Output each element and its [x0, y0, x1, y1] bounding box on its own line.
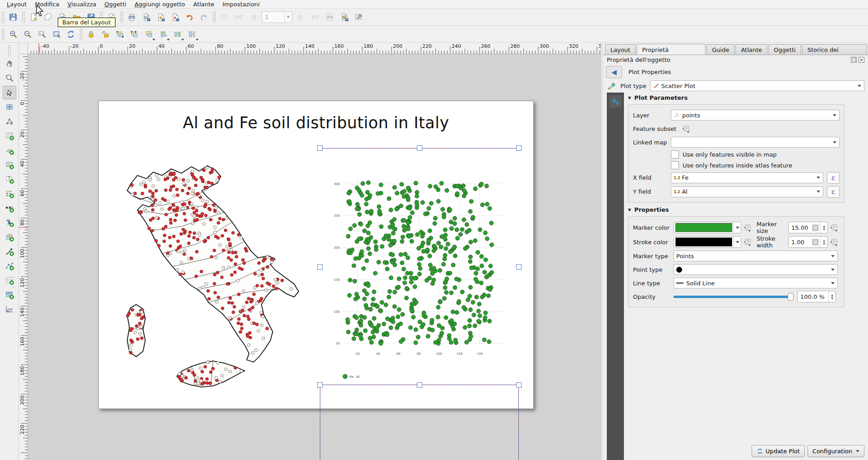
y-field-select[interactable]: 1.2 Al — [671, 186, 823, 197]
select-move-item-tool-button[interactable] — [3, 86, 16, 99]
linked-map-select[interactable] — [671, 137, 840, 148]
back-button[interactable]: ◀ — [606, 66, 622, 78]
menu-atlante[interactable]: Atlante — [189, 0, 218, 9]
properties-header[interactable]: ▼ Properties — [628, 206, 669, 213]
marker-type-select[interactable]: Points — [674, 251, 838, 261]
mar ker-size-spinbox[interactable]: 15.00 × ▲▼ — [788, 222, 828, 233]
group-items-button[interactable] — [113, 28, 127, 41]
add-attribute-table-button[interactable] — [3, 288, 16, 302]
stroke-width-data-defined-button[interactable] — [828, 237, 840, 247]
float-panel-icon[interactable] — [851, 57, 857, 63]
print-layout-button[interactable] — [125, 10, 139, 24]
menu-layout[interactable]: Layout — [3, 0, 31, 9]
point-type-select[interactable] — [674, 264, 838, 275]
gears-icon[interactable] — [609, 95, 622, 108]
marker-color-data-defined-button[interactable] — [741, 222, 753, 233]
move-item-content-tool-button[interactable] — [3, 100, 16, 114]
raise-selected-items-button[interactable] — [142, 28, 156, 41]
svg-text:120: 120 — [19, 278, 25, 288]
plot-parameters-header[interactable]: ▼ Plot Parameters — [628, 94, 688, 101]
x-field-select[interactable]: 1.2 Fe — [671, 172, 823, 183]
clear-value-icon[interactable]: × — [812, 224, 819, 231]
use-only-features-visible-in-map-checkbox[interactable] — [671, 150, 679, 158]
menu-impostazioni[interactable]: Impostazioni — [218, 0, 264, 9]
x-field-expression-button[interactable]: ε — [827, 172, 840, 184]
zoom-out-button[interactable] — [21, 28, 34, 41]
selection-handle[interactable] — [516, 382, 522, 388]
stroke-color-data-defined-button[interactable] — [741, 237, 753, 247]
export-as-svg-button[interactable] — [154, 10, 167, 24]
zoom-actual-button[interactable]: 1:1 — [35, 28, 49, 41]
selection-handle[interactable] — [317, 264, 323, 269]
tab-guide[interactable]: Guide — [706, 44, 734, 55]
ungroup-items-button[interactable] — [128, 28, 141, 41]
selection-handle[interactable] — [417, 145, 422, 151]
add-north-arrow-button[interactable]: N — [3, 216, 16, 229]
menu-aggiungi-oggetto[interactable]: Aggiungi oggetto — [130, 0, 189, 9]
close-panel-icon[interactable]: × — [859, 57, 864, 63]
undo-button[interactable] — [183, 10, 196, 24]
add-plot-button[interactable] — [3, 302, 16, 316]
lock-selected-items-button[interactable] — [84, 28, 98, 41]
selection-handle[interactable] — [317, 145, 323, 151]
menu-oggetti[interactable]: Oggetti — [101, 0, 131, 9]
stroke-width-spinbox[interactable]: 1.00 × ▲▼ — [788, 236, 828, 248]
export-as-pdf-button[interactable]: A — [168, 10, 182, 24]
selection-handle[interactable] — [516, 145, 522, 151]
pan-tool-button[interactable] — [3, 57, 16, 70]
selection-handle[interactable] — [317, 382, 323, 388]
marker-color-button[interactable] — [674, 222, 741, 233]
add-arrow-button[interactable] — [3, 245, 16, 258]
selection-handle[interactable] — [417, 382, 422, 388]
add-map-button[interactable] — [3, 129, 16, 143]
tab-atlante[interactable]: Atlante — [735, 44, 767, 55]
clear-value-icon[interactable]: × — [812, 239, 819, 246]
configuration-button[interactable]: Configuration — [808, 445, 864, 457]
add-picture-button[interactable] — [3, 158, 16, 172]
spin-arrows[interactable]: ▲▼ — [820, 237, 827, 247]
update-plot-button[interactable]: Update Plot — [752, 445, 805, 457]
selection-handle[interactable] — [516, 264, 522, 269]
tab-propriet-dell-oggetto[interactable]: Proprietà dell'oggetto — [637, 44, 706, 55]
plot-type-select[interactable]: Scatter Plot — [650, 80, 864, 91]
resize-selected-items-button[interactable] — [185, 28, 199, 41]
save-project-button[interactable] — [6, 10, 20, 24]
opacity-slider[interactable] — [674, 293, 794, 301]
opacity-spinbox[interactable]: 100.0 % ▲▼ — [797, 291, 836, 302]
add-shape-button[interactable] — [3, 230, 16, 244]
menu-visualizza[interactable]: Visualizza — [64, 0, 101, 9]
add-3d-map-button[interactable] — [3, 144, 16, 157]
add-scalebar-button[interactable] — [3, 201, 16, 215]
marker-size-data-defined-button[interactable] — [828, 222, 840, 233]
spin-arrows[interactable]: ▲▼ — [820, 222, 827, 233]
tab-layout[interactable]: Layout — [605, 44, 636, 55]
italy-map-item[interactable] — [87, 125, 312, 402]
tab-oggetti[interactable]: Oggetti — [768, 44, 801, 55]
y-field-expression-button[interactable]: ε — [827, 186, 840, 198]
zoom-full-button[interactable] — [50, 28, 63, 41]
line-type-select[interactable]: Solid Line — [674, 278, 838, 288]
feature-subset-expression-button[interactable] — [680, 123, 692, 134]
slider-handle[interactable] — [788, 293, 794, 301]
add-label-button[interactable]: T — [3, 172, 16, 186]
unlock-all-items-button[interactable] — [99, 28, 112, 41]
scatter-plot-item[interactable]: 2040608010012014050100150200250300Fe - A… — [320, 148, 519, 385]
export-as-image-button[interactable] — [139, 10, 153, 24]
stroke-color-button[interactable] — [674, 236, 741, 248]
add-html-button[interactable]: </> — [3, 274, 16, 287]
zoom-tool-button[interactable] — [3, 71, 16, 85]
spin-arrows[interactable]: ▲▼ — [828, 291, 836, 302]
zoom-in-button[interactable] — [6, 28, 20, 41]
layer-select[interactable]: points — [671, 110, 840, 121]
refresh-view-button[interactable] — [64, 28, 78, 41]
edit-nodes-item-tool-button[interactable] — [3, 115, 16, 128]
atlas-box-icon — [220, 13, 229, 22]
add-legend-button[interactable] — [3, 187, 16, 200]
distribute-selected-items-button[interactable] — [171, 28, 185, 41]
align-selected-items-button[interactable] — [157, 28, 170, 41]
tab-storico-dei-comandi[interactable]: Storico dei Comandi — [802, 44, 867, 55]
add-node-item-button[interactable] — [3, 259, 16, 273]
use-only-features-inside-atlas-checkbox[interactable] — [671, 161, 679, 169]
atlas-settings-button[interactable] — [352, 10, 365, 24]
export-atlas-as-image-button[interactable] — [337, 10, 351, 24]
